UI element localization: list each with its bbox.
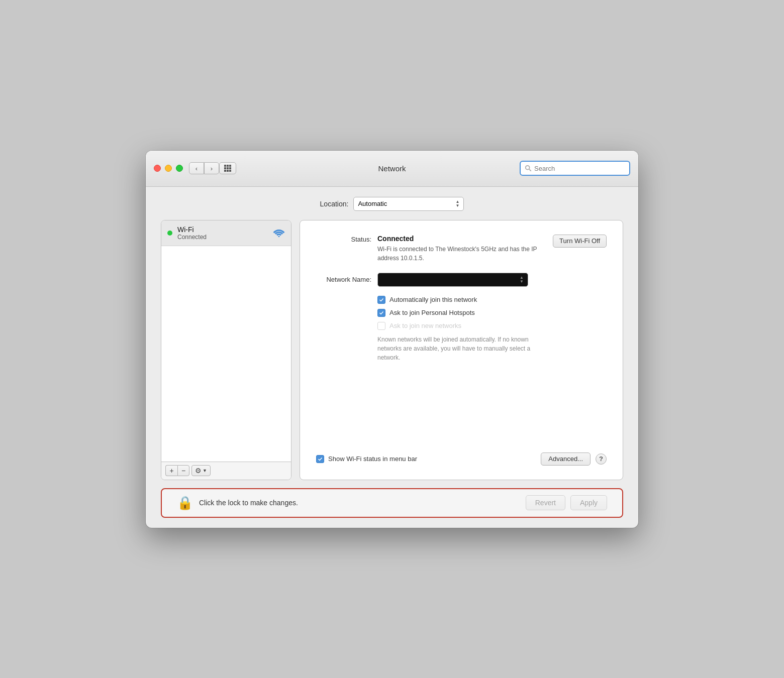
ask-new-networks-label: Ask to join new networks	[389, 322, 461, 329]
advanced-button[interactable]: Advanced...	[541, 453, 591, 466]
svg-rect-8	[229, 170, 231, 172]
wifi-list-item[interactable]: Wi-Fi Connected	[161, 220, 291, 246]
wifi-name: Wi-Fi	[177, 225, 273, 234]
network-sidebar: Wi-Fi Connected	[161, 220, 291, 480]
status-label: Status:	[316, 235, 371, 243]
network-name-label: Network Name:	[316, 276, 371, 283]
network-name-row: Network Name: ▲ ▼	[316, 273, 607, 287]
search-box[interactable]	[520, 161, 630, 176]
back-button[interactable]: ‹	[189, 162, 204, 174]
svg-rect-0	[224, 165, 226, 167]
search-icon	[525, 165, 532, 172]
show-wifi-label: Show Wi-Fi status in menu bar	[328, 455, 417, 463]
revert-button[interactable]: Revert	[526, 495, 565, 510]
location-row: Location: Automatic ▲ ▼	[161, 197, 623, 211]
auto-join-row[interactable]: Automatically join this network	[377, 296, 607, 304]
window-title: Network	[378, 164, 406, 173]
forward-button[interactable]: ›	[204, 162, 219, 174]
minimize-button[interactable]	[165, 165, 172, 172]
location-label: Location:	[320, 200, 349, 208]
status-row: Status: Connected Wi-Fi is connected to …	[316, 235, 607, 263]
svg-rect-3	[224, 167, 226, 169]
ask-new-networks-row[interactable]: Ask to join new networks	[377, 322, 607, 330]
auto-join-label: Automatically join this network	[389, 296, 477, 303]
close-button[interactable]	[154, 165, 161, 172]
right-panel: Status: Connected Wi-Fi is connected to …	[300, 220, 623, 480]
traffic-lights	[154, 165, 183, 172]
auto-join-checkbox[interactable]	[377, 296, 385, 304]
lock-icon[interactable]: 🔒	[177, 495, 193, 511]
network-name-select[interactable]: ▲ ▼	[377, 273, 528, 287]
nav-buttons: ‹ ›	[189, 162, 219, 174]
lock-text: Click the lock to make changes.	[199, 499, 526, 507]
svg-rect-5	[229, 167, 231, 169]
sidebar-list: Wi-Fi Connected	[161, 220, 291, 462]
help-button[interactable]: ?	[596, 454, 607, 465]
turn-wifi-button[interactable]: Turn Wi-Fi Off	[553, 235, 607, 248]
wifi-status-text: Connected	[177, 234, 273, 241]
ask-new-networks-checkbox[interactable]	[377, 322, 385, 330]
search-input[interactable]	[534, 165, 625, 172]
svg-rect-2	[229, 165, 231, 167]
svg-point-11	[278, 236, 280, 237]
location-value: Automatic	[358, 200, 387, 207]
status-value: Connected	[377, 235, 545, 243]
apply-button[interactable]: Apply	[570, 495, 607, 510]
svg-rect-7	[227, 170, 229, 172]
status-description: Wi-Fi is connected to The Winestock's 5G…	[377, 245, 545, 263]
ask-new-networks-hint: Known networks will be joined automatica…	[377, 335, 548, 362]
maximize-button[interactable]	[176, 165, 183, 172]
gear-dropdown-arrow: ▼	[203, 468, 207, 473]
svg-rect-1	[227, 165, 229, 167]
ask-hotspots-row[interactable]: Ask to join Personal Hotspots	[377, 309, 607, 317]
ask-hotspots-checkbox[interactable]	[377, 309, 385, 317]
svg-rect-6	[224, 170, 226, 172]
add-remove-group: + −	[165, 465, 189, 476]
remove-network-button[interactable]: −	[177, 465, 189, 476]
body-area: Wi-Fi Connected	[161, 220, 623, 480]
show-wifi-checkbox[interactable]	[316, 455, 324, 463]
main-content: Location: Automatic ▲ ▼ Wi-Fi Connec	[146, 187, 638, 528]
status-info: Connected Wi-Fi is connected to The Wine…	[377, 235, 545, 263]
svg-line-10	[529, 169, 531, 171]
gear-icon: ⚙	[195, 467, 202, 475]
sidebar-controls: + − ⚙ ▼	[161, 462, 291, 480]
location-select[interactable]: Automatic ▲ ▼	[353, 197, 464, 211]
network-name-arrows: ▲ ▼	[520, 276, 524, 284]
show-wifi-row[interactable]: Show Wi-Fi status in menu bar	[316, 455, 541, 463]
wifi-signal-icon	[273, 227, 285, 239]
lock-bar: 🔒 Click the lock to make changes. Revert…	[161, 488, 623, 518]
bottom-buttons: Revert Apply	[526, 495, 607, 510]
titlebar: ‹ › Network	[146, 151, 638, 187]
ask-hotspots-label: Ask to join Personal Hotspots	[389, 309, 475, 316]
right-panel-bottom: Show Wi-Fi status in menu bar Advanced..…	[316, 453, 607, 466]
svg-rect-4	[227, 167, 229, 169]
network-preferences-window: ‹ › Network	[146, 151, 638, 528]
add-network-button[interactable]: +	[165, 465, 177, 476]
grid-button[interactable]	[219, 162, 236, 174]
wifi-connected-dot	[167, 231, 172, 236]
wifi-info: Wi-Fi Connected	[177, 225, 273, 241]
panel-bottom-buttons: Advanced... ?	[541, 453, 607, 466]
location-arrows: ▲ ▼	[455, 200, 459, 208]
svg-point-9	[526, 166, 530, 170]
gear-button[interactable]: ⚙ ▼	[191, 465, 211, 476]
